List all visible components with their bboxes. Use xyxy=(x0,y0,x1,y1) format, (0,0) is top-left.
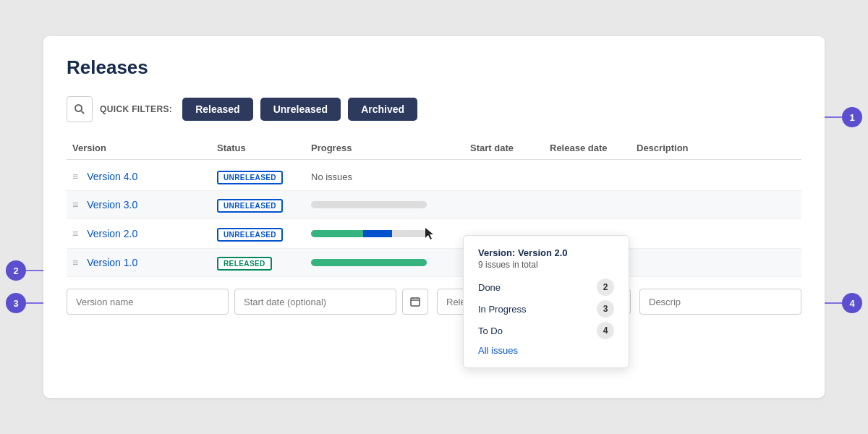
status-badge: RELEASED xyxy=(217,257,272,271)
table-row: ≡ Version 4.0 UNRELEASED No issues xyxy=(67,163,801,191)
released-filter-button[interactable]: Released xyxy=(182,98,252,121)
status-cell: UNRELEASED xyxy=(217,198,311,211)
tooltip-todo-row: To Do 4 xyxy=(478,322,614,339)
filter-bar: QUICK FILTERS: Released Unreleased Archi… xyxy=(67,96,801,122)
annotation-circle-4: 4 xyxy=(842,293,862,313)
progress-cell xyxy=(311,226,470,241)
progress-green xyxy=(311,230,363,237)
add-version-row xyxy=(67,289,801,315)
status-cell: UNRELEASED xyxy=(217,170,311,183)
col-description: Description xyxy=(637,142,796,153)
tooltip-done-label: Done xyxy=(478,282,501,293)
status-badge: UNRELEASED xyxy=(217,171,283,184)
status-badge: UNRELEASED xyxy=(217,228,283,242)
version-cell: ≡ Version 4.0 xyxy=(72,171,217,182)
progress-grey xyxy=(311,201,427,208)
tooltip-done-row: Done 2 xyxy=(478,278,614,296)
version-link[interactable]: Version 3.0 xyxy=(87,199,137,210)
tooltip-inprogress-count: 3 xyxy=(597,300,614,318)
cursor-indicator xyxy=(425,228,434,242)
table-header: Version Status Progress Start date Relea… xyxy=(67,142,801,160)
col-release-date: Release date xyxy=(550,142,637,153)
description-input[interactable] xyxy=(639,289,801,315)
start-date-input[interactable] xyxy=(234,289,396,315)
progress-cell: No issues xyxy=(311,171,470,182)
version-link[interactable]: Version 1.0 xyxy=(87,257,137,268)
table-row: ≡ Version 2.0 UNRELEASED xyxy=(67,219,801,249)
progress-bar xyxy=(311,230,427,237)
svg-line-1 xyxy=(82,111,85,114)
main-card: Releases QUICK FILTERS: Released Unrelea… xyxy=(43,36,825,398)
tooltip-todo-label: To Do xyxy=(478,326,503,336)
version-link[interactable]: Version 4.0 xyxy=(87,171,137,182)
progress-bar xyxy=(311,201,427,208)
version-cell: ≡ Version 3.0 xyxy=(72,199,217,210)
progress-blue xyxy=(363,230,392,237)
svg-rect-3 xyxy=(411,298,420,306)
progress-grey xyxy=(392,230,427,237)
page-title: Releases xyxy=(67,56,801,79)
tooltip-todo-count: 4 xyxy=(597,322,614,339)
annotation-circle-2: 2 xyxy=(6,260,26,281)
all-issues-link[interactable]: All issues xyxy=(478,345,614,356)
quick-filters-label: QUICK FILTERS: xyxy=(100,104,172,114)
table-container: Version Status Progress Start date Relea… xyxy=(67,142,801,277)
progress-cell xyxy=(311,201,470,208)
col-start-date: Start date xyxy=(470,142,550,153)
version-tooltip: Version: Version 2.0 9 issues in total D… xyxy=(463,235,629,368)
progress-bar xyxy=(311,259,427,266)
progress-cell xyxy=(311,259,470,266)
table-row: ≡ Version 3.0 UNRELEASED xyxy=(67,191,801,219)
version-name-input[interactable] xyxy=(67,289,229,315)
drag-handle[interactable]: ≡ xyxy=(72,257,78,268)
calendar-icon xyxy=(410,297,420,307)
tooltip-title: Version: Version 2.0 xyxy=(478,247,614,258)
annotation-circle-1: 1 xyxy=(842,107,862,127)
progress-green xyxy=(311,259,427,266)
search-icon xyxy=(74,103,85,115)
archived-filter-button[interactable]: Archived xyxy=(348,98,417,121)
drag-handle[interactable]: ≡ xyxy=(72,171,78,182)
tooltip-inprogress-label: In Progress xyxy=(478,304,526,315)
drag-handle[interactable]: ≡ xyxy=(72,228,78,239)
unreleased-filter-button[interactable]: Unreleased xyxy=(260,98,341,121)
start-date-calendar-button[interactable] xyxy=(402,289,428,315)
col-version: Version xyxy=(72,142,217,153)
col-progress: Progress xyxy=(311,142,470,153)
svg-marker-2 xyxy=(425,228,433,239)
col-status: Status xyxy=(217,142,311,153)
status-cell: RELEASED xyxy=(217,256,311,269)
annotation-circle-3: 3 xyxy=(6,293,26,313)
progress-text: No issues xyxy=(311,171,352,182)
tooltip-subtitle: 9 issues in total xyxy=(478,260,614,270)
drag-handle[interactable]: ≡ xyxy=(72,199,78,210)
status-cell: UNRELEASED xyxy=(217,227,311,240)
version-cell: ≡ Version 1.0 xyxy=(72,257,217,268)
status-badge: UNRELEASED xyxy=(217,199,283,213)
svg-point-0 xyxy=(75,105,82,111)
tooltip-inprogress-row: In Progress 3 xyxy=(478,300,614,318)
tooltip-done-count: 2 xyxy=(597,278,614,296)
version-cell: ≡ Version 2.0 xyxy=(72,228,217,239)
version-link[interactable]: Version 2.0 xyxy=(87,228,137,239)
cursor-icon xyxy=(425,228,434,239)
table-row: ≡ Version 1.0 RELEASED xyxy=(67,249,801,277)
search-box[interactable] xyxy=(67,96,93,122)
